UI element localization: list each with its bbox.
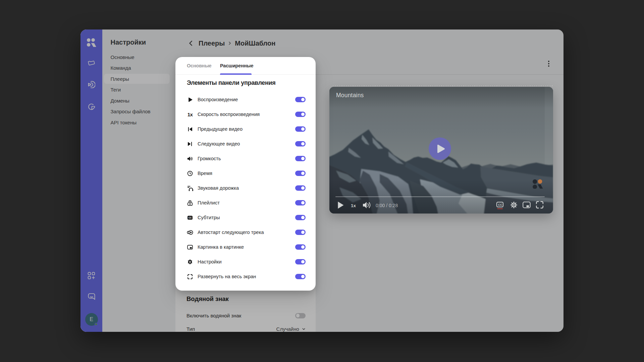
svg-text:CC: CC bbox=[189, 217, 192, 219]
svg-text:0:00 / 0:28: 0:00 / 0:28 bbox=[376, 203, 398, 208]
svg-text:CC: CC bbox=[498, 203, 502, 206]
svg-text:1x: 1x bbox=[351, 203, 356, 208]
